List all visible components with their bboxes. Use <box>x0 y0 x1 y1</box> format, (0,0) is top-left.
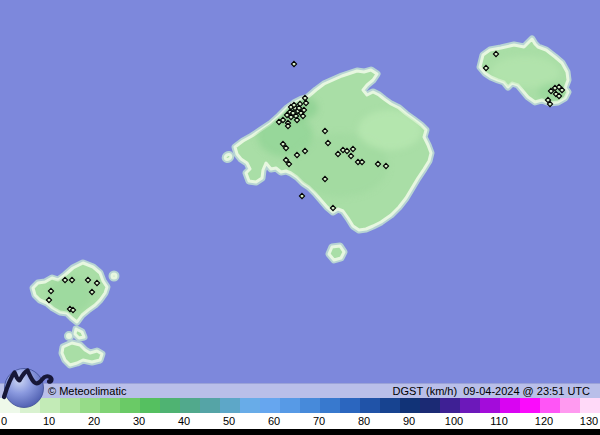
colorbar-segment <box>160 398 180 413</box>
scale-tick-label: 30 <box>133 414 145 428</box>
scale-tick-label: 90 <box>403 414 415 428</box>
colorbar-segment <box>420 398 440 413</box>
meteoclimatic-logo <box>1 362 59 412</box>
scale-tick-label: 100 <box>445 414 463 428</box>
scale-tick-label: 110 <box>490 414 508 428</box>
scale-tick-label: 130 <box>580 414 598 428</box>
scale-tick-label: 80 <box>358 414 370 428</box>
scale-tick-label: 70 <box>313 414 325 428</box>
colorbar-segment <box>300 398 320 413</box>
scale-tick-label: 120 <box>535 414 553 428</box>
colorbar-scale <box>0 398 600 413</box>
colorbar-segment <box>560 398 580 413</box>
colorbar-segment <box>80 398 100 413</box>
colorbar-segment <box>520 398 540 413</box>
islet-tagomago <box>112 274 116 278</box>
variable-timestamp-label: DGST (km/h) 09-04-2024 @ 23:51 UTC <box>393 384 590 398</box>
credit-label: © Meteoclimatic <box>48 384 126 398</box>
scale-tick-label: 0 <box>1 414 7 428</box>
islet-small <box>68 335 71 338</box>
colorbar-segment <box>240 398 260 413</box>
colorbar-segment <box>140 398 160 413</box>
island-cabrera <box>329 246 344 260</box>
colorbar-segment <box>340 398 360 413</box>
colorbar-segment <box>460 398 480 413</box>
colorbar-segment <box>580 398 600 413</box>
scale-tick-label: 50 <box>223 414 235 428</box>
colorbar-segment <box>500 398 520 413</box>
colorbar-segment <box>540 398 560 413</box>
islet-sa-dragonera <box>224 154 231 161</box>
colorbar-segment <box>360 398 380 413</box>
colorbar-segment <box>120 398 140 413</box>
bottom-border <box>0 429 600 435</box>
colorbar-segment <box>400 398 420 413</box>
colorbar-segment <box>320 398 340 413</box>
colorbar-segment <box>260 398 280 413</box>
map-area <box>0 0 600 384</box>
colorbar-segment <box>200 398 220 413</box>
colorbar-segment <box>100 398 120 413</box>
colorbar-segment <box>380 398 400 413</box>
scale-tick-label: 40 <box>178 414 190 428</box>
colorbar-segment <box>440 398 460 413</box>
map-canvas <box>0 0 600 384</box>
scale-tick-label: 10 <box>43 414 55 428</box>
scale-tick-label: 20 <box>88 414 100 428</box>
colorbar-segment <box>480 398 500 413</box>
colorbar-segment <box>180 398 200 413</box>
colorbar-segment <box>60 398 80 413</box>
scale-tick-label: 60 <box>268 414 280 428</box>
colorbar-segment <box>280 398 300 413</box>
colorbar-ticks: 0102030405060708090100110120130 <box>0 413 600 429</box>
weather-map-screen: © Meteoclimatic DGST (km/h) 09-04-2024 @… <box>0 0 600 435</box>
footer-bar: © Meteoclimatic DGST (km/h) 09-04-2024 @… <box>0 383 600 398</box>
colorbar-segment <box>220 398 240 413</box>
